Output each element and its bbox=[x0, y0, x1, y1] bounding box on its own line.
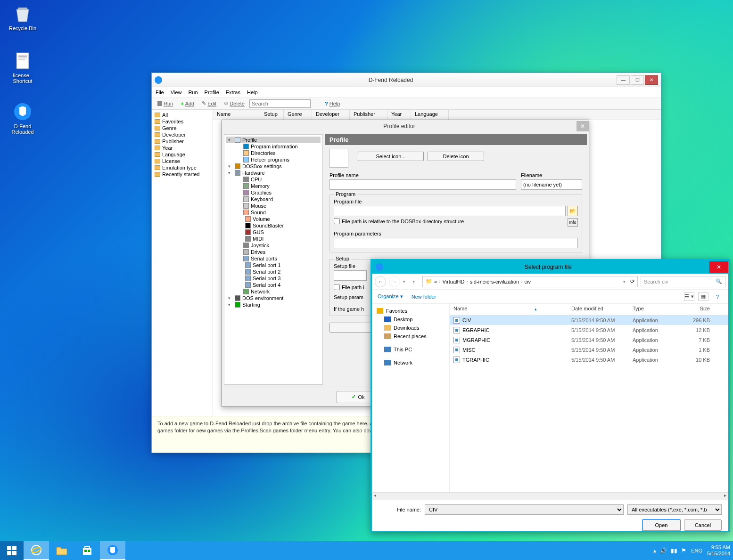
col-type[interactable]: Type bbox=[629, 304, 676, 315]
tree-node-serial-port-1[interactable]: Serial port 1 bbox=[226, 262, 321, 268]
profile-editor-close[interactable]: ✕ bbox=[577, 121, 589, 131]
menu-help[interactable]: Help bbox=[247, 89, 258, 95]
delete-icon-button[interactable]: Delete icon bbox=[428, 152, 484, 161]
col-language[interactable]: Language bbox=[411, 110, 449, 120]
tray-up-icon[interactable]: ▴ bbox=[653, 547, 656, 554]
taskbar-explorer[interactable] bbox=[49, 541, 74, 560]
up-button[interactable]: ↑ bbox=[408, 276, 420, 287]
sidebar-item-favorites[interactable]: Favorites bbox=[154, 118, 211, 125]
tree-node-memory[interactable]: Memory bbox=[226, 183, 321, 189]
col-genre[interactable]: Genre bbox=[284, 110, 312, 120]
help-icon[interactable]: ? bbox=[712, 292, 723, 301]
filter-select[interactable]: All executables (*.exe, *.com, *.b bbox=[627, 504, 722, 515]
sidebar-network[interactable]: Network bbox=[377, 358, 445, 367]
tree-node-joystick[interactable]: Joystick bbox=[226, 242, 321, 249]
program-file-input[interactable] bbox=[334, 206, 566, 216]
filename-input[interactable]: CIV bbox=[425, 504, 624, 515]
setup-file-input[interactable] bbox=[334, 270, 367, 281]
file-row-mgraphic[interactable]: MGRAPHIC5/15/2014 9:50 AMApplication7 KB bbox=[450, 335, 728, 345]
tree-node-gus[interactable]: GUS bbox=[226, 229, 321, 235]
tree-node-hardware[interactable]: ▾Hardware bbox=[226, 170, 321, 176]
taskbar-dfend[interactable] bbox=[100, 541, 125, 560]
close-button[interactable]: ✕ bbox=[645, 75, 658, 85]
col-size[interactable]: Size bbox=[676, 304, 714, 315]
tray-clock[interactable]: 9:55 AM 5/15/2014 bbox=[707, 544, 730, 557]
breadcrumb-dropdown[interactable]: ▾ bbox=[623, 279, 626, 284]
menu-extras[interactable]: Extras bbox=[226, 89, 240, 95]
horizontal-scrollbar[interactable]: ◂▸ bbox=[372, 492, 728, 500]
view-list-button[interactable]: ☰ ▾ bbox=[684, 292, 694, 301]
tree-node-sound[interactable]: Sound bbox=[226, 209, 321, 216]
profile-name-input[interactable] bbox=[329, 179, 516, 190]
file-row-civ[interactable]: CIV5/15/2014 9:50 AMApplication296 KB bbox=[450, 315, 728, 325]
desktop-icon-recycle-bin[interactable]: Recycle Bin bbox=[5, 4, 41, 31]
tree-node-directories[interactable]: Directories bbox=[226, 150, 321, 156]
file-dialog-titlebar[interactable]: Select program file ✕ bbox=[372, 260, 728, 274]
maximize-button[interactable]: ☐ bbox=[631, 75, 644, 85]
col-setup[interactable]: Setup bbox=[260, 110, 284, 120]
sidebar-item-all[interactable]: All bbox=[154, 112, 211, 118]
tree-node-volume[interactable]: Volume bbox=[226, 216, 321, 222]
tray-volume-icon[interactable]: 🔊 bbox=[660, 547, 667, 554]
tree-node-serial-port-3[interactable]: Serial port 3 bbox=[226, 275, 321, 282]
search-box[interactable]: Search civ 🔍 bbox=[641, 276, 725, 287]
tree-node-serial-port-4[interactable]: Serial port 4 bbox=[226, 282, 321, 288]
tree-node-serial-ports[interactable]: Serial ports bbox=[226, 255, 321, 262]
open-button[interactable]: Open bbox=[642, 519, 680, 531]
sidebar-item-year[interactable]: Year bbox=[154, 145, 211, 151]
col-name[interactable]: Name bbox=[213, 110, 260, 120]
tree-node-cpu[interactable]: CPU bbox=[226, 176, 321, 183]
col-publisher[interactable]: Publisher bbox=[350, 110, 387, 120]
sidebar-item-developer[interactable]: Developer bbox=[154, 131, 211, 138]
tree-node-soundblaster[interactable]: SoundBlaster bbox=[226, 222, 321, 229]
help-button[interactable]: ?Help bbox=[322, 100, 343, 107]
tree-node-midi[interactable]: MIDI bbox=[226, 235, 321, 242]
sidebar-desktop[interactable]: Desktop bbox=[377, 315, 445, 324]
forward-button[interactable]: → bbox=[389, 276, 400, 287]
sidebar-downloads[interactable]: Downloads bbox=[377, 324, 445, 332]
tree-node-dos-environment[interactable]: ▾DOS environment bbox=[226, 295, 321, 301]
desktop-icon-dfend[interactable]: D-Fend Reloaded bbox=[5, 102, 41, 135]
file-row-tgraphic[interactable]: TGRAPHIC5/15/2014 9:50 AMApplication10 K… bbox=[450, 355, 728, 365]
file-row-egraphic[interactable]: EGRAPHIC5/15/2014 9:50 AMApplication12 K… bbox=[450, 325, 728, 335]
col-name[interactable]: Name ▴ bbox=[450, 304, 568, 315]
relative-path-checkbox[interactable] bbox=[334, 218, 340, 224]
sidebar-item-license[interactable]: License bbox=[154, 158, 211, 164]
back-button[interactable]: ← bbox=[375, 276, 386, 287]
profile-editor-titlebar[interactable]: Profile editor ✕ bbox=[222, 120, 589, 132]
info-button[interactable]: Info bbox=[568, 218, 578, 227]
program-param-input[interactable] bbox=[334, 238, 578, 248]
browse-program-button[interactable]: 📂 bbox=[568, 206, 578, 216]
sidebar-item-emulation-type[interactable]: Emulation type bbox=[154, 164, 211, 171]
view-details-button[interactable]: ▦ bbox=[698, 292, 708, 301]
setup-relative-checkbox[interactable] bbox=[334, 284, 340, 290]
menu-view[interactable]: View bbox=[171, 89, 182, 95]
breadcrumb[interactable]: 📁 «› VirtualHD› sid-meiers-civilization›… bbox=[422, 276, 638, 287]
file-dialog-close[interactable]: ✕ bbox=[709, 261, 728, 273]
run-button[interactable]: Run bbox=[155, 100, 176, 107]
tree-node-mouse[interactable]: Mouse bbox=[226, 203, 321, 209]
menu-profile[interactable]: Profile bbox=[205, 89, 219, 95]
tree-node-network[interactable]: Network bbox=[226, 288, 321, 295]
add-button[interactable]: +Add bbox=[178, 100, 197, 107]
sidebar-item-genre[interactable]: Genre bbox=[154, 125, 211, 131]
new-folder-button[interactable]: New folder bbox=[412, 294, 437, 300]
select-icon-button[interactable]: Select icon... bbox=[358, 152, 424, 161]
file-row-misc[interactable]: MISC5/15/2014 9:50 AMApplication1 KB bbox=[450, 345, 728, 355]
tree-node-dosbox-settings[interactable]: ▾DOSBox settings bbox=[226, 163, 321, 170]
col-year[interactable]: Year bbox=[387, 110, 411, 120]
refresh-button[interactable]: ⟳ bbox=[630, 278, 634, 284]
filename-input[interactable] bbox=[521, 179, 582, 190]
col-developer[interactable]: Developer bbox=[312, 110, 350, 120]
sidebar-favorites[interactable]: Favorites bbox=[375, 307, 445, 315]
menu-run[interactable]: Run bbox=[188, 89, 198, 95]
sidebar-item-language[interactable]: Language bbox=[154, 151, 211, 158]
tree-node-keyboard[interactable]: Keyboard bbox=[226, 196, 321, 203]
sidebar-this-pc[interactable]: This PC bbox=[377, 345, 445, 354]
edit-button[interactable]: ✎Edit bbox=[199, 99, 219, 107]
tree-node-drives[interactable]: Drives bbox=[226, 249, 321, 255]
dfend-titlebar[interactable]: D-Fend Reloaded — ☐ ✕ bbox=[152, 73, 661, 87]
search-input[interactable] bbox=[249, 99, 311, 108]
menu-file[interactable]: File bbox=[156, 89, 164, 95]
tree-node-serial-port-2[interactable]: Serial port 2 bbox=[226, 268, 321, 275]
